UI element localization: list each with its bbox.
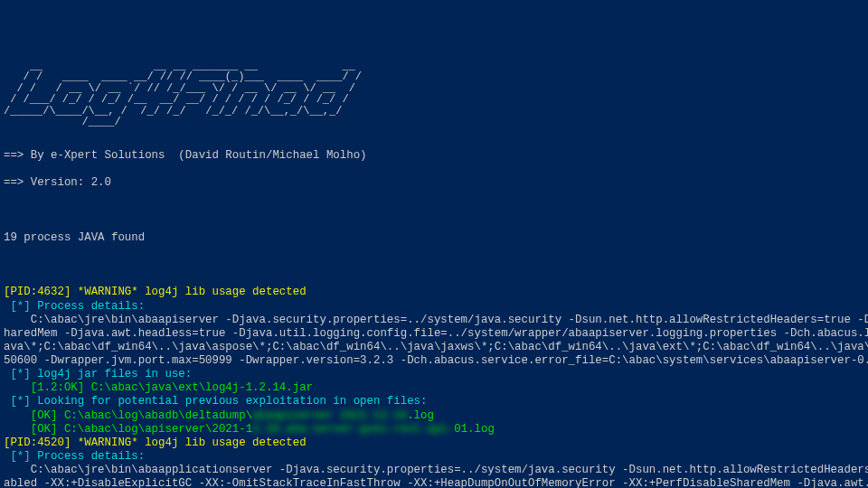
log-line: haredMem -Djava.awt.headless=true -Djava…	[4, 327, 864, 341]
log-line: [OK] C:\abac\log\abadb\deltadump\abaapis…	[4, 409, 864, 423]
log-output: [PID:4632] *WARNING* log4j lib usage det…	[4, 286, 864, 488]
log-line: [*] Process details:	[4, 300, 864, 314]
log-line: ava\*;C:\abac\df_win64\..\java\aspose\*;…	[4, 341, 864, 354]
log-line: [*] log4j jar files in use:	[4, 368, 864, 381]
log-line: abled -XX:+DisableExplicitGC -XX:-OmitSt…	[4, 477, 864, 488]
summary-line: 19 process JAVA found	[4, 231, 864, 245]
version-line: ==> Version: 2.0	[4, 176, 864, 190]
log-line: C:\abac\jre\bin\abaapiserver -Djava.secu…	[4, 314, 864, 327]
log-line: [OK] C:\abac\log\apiserver\2021-12-10.ab…	[4, 423, 864, 436]
log-line: C:\abac\jre\bin\abaapplicationserver -Dj…	[4, 464, 864, 477]
log-line: [PID:4520] *WARNING* log4j lib usage det…	[4, 436, 864, 450]
log-line: 50600 -Dwrapper.jvm.port.max=50999 -Dwra…	[4, 354, 864, 368]
log-line: [PID:4632] *WARNING* log4j lib usage det…	[4, 286, 864, 299]
log-line: [*] Process details:	[4, 450, 864, 464]
log-line: [1.2:OK] C:\abac\java\ext\log4j-1.2.14.j…	[4, 381, 864, 395]
ascii-logo: __ __ __ _______ __ __ / / ____ ____ __/…	[4, 61, 864, 129]
credit-line: ==> By e-Xpert Solutions (David Routin/M…	[4, 149, 864, 163]
log-line: [*] Looking for potential previous explo…	[4, 395, 864, 408]
